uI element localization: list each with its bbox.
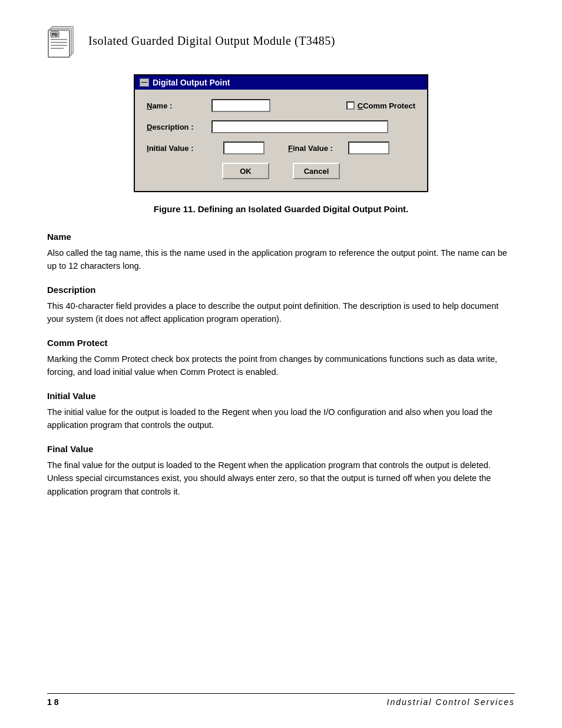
svg-text:PD: PD: [52, 32, 58, 37]
name-label: Name :: [147, 101, 211, 110]
section-description: Description This 40-character field prov…: [47, 285, 515, 326]
section-initial-value: Initial Value The initial value for the …: [47, 391, 515, 432]
initial-value-label: Initial Value :: [147, 144, 211, 153]
document-icon: PD: [47, 24, 78, 58]
section-name-heading: Name: [47, 232, 515, 242]
figure-caption: Figure 11. Defining an Isolated Guarded …: [47, 203, 515, 215]
ok-button[interactable]: OK: [222, 163, 269, 179]
footer-company: Industrial Control Services: [387, 697, 515, 707]
section-description-text: This 40-character field provides a place…: [47, 299, 515, 326]
section-final-value: Final Value The final value for the outp…: [47, 444, 515, 498]
dialog-titlebar: — Digital Output Point: [135, 75, 427, 90]
titlebar-icon: —: [140, 78, 149, 87]
section-name: Name Also called the tag name, this is t…: [47, 232, 515, 273]
description-input[interactable]: [211, 120, 388, 133]
page: PD Isolated Guarded Digital Output Modul…: [0, 0, 562, 728]
section-description-heading: Description: [47, 285, 515, 295]
initial-final-row: Initial Value : Final Value :: [147, 141, 415, 154]
comm-protect-area: CComm Protect: [346, 101, 415, 110]
footer-page-number: 1 8: [47, 697, 58, 707]
footer: 1 8 Industrial Control Services: [47, 693, 515, 707]
dialog-box: — Digital Output Point Name : CComm Prot…: [134, 74, 428, 192]
dialog-buttons: OK Cancel: [147, 163, 415, 179]
header: PD Isolated Guarded Digital Output Modul…: [47, 24, 515, 58]
desc-underline: D: [147, 123, 152, 131]
section-initial-value-text: The initial value for the output is load…: [47, 406, 515, 432]
final-value-label: Final Value :: [288, 144, 333, 153]
final-value-input[interactable]: [348, 141, 389, 154]
comm-protect-checkbox[interactable]: [346, 101, 355, 110]
sections: Name Also called the tag name, this is t…: [47, 232, 515, 498]
description-label: Description :: [147, 123, 211, 131]
dialog-container: — Digital Output Point Name : CComm Prot…: [47, 74, 515, 192]
section-comm-protect-text: Marking the Comm Protect check box prote…: [47, 353, 515, 379]
comm-protect-label: CComm Protect: [358, 101, 415, 110]
section-final-value-text: The final value for the output is loaded…: [47, 459, 515, 498]
initial-value-input[interactable]: [223, 141, 265, 154]
name-underline: N: [147, 101, 152, 110]
dialog-body: Name : CComm Protect Description :: [135, 90, 427, 191]
description-row: Description :: [147, 120, 415, 133]
page-title: Isolated Guarded Digital Output Module (…: [88, 34, 335, 48]
name-input[interactable]: [211, 99, 270, 112]
name-row: Name : CComm Protect: [147, 99, 415, 112]
section-comm-protect: Comm Protect Marking the Comm Protect ch…: [47, 338, 515, 379]
dialog-title: Digital Output Point: [153, 78, 230, 87]
section-name-text: Also called the tag name, this is the na…: [47, 246, 515, 273]
section-initial-value-heading: Initial Value: [47, 391, 515, 401]
section-comm-protect-heading: Comm Protect: [47, 338, 515, 348]
section-final-value-heading: Final Value: [47, 444, 515, 454]
cancel-button[interactable]: Cancel: [293, 163, 340, 179]
